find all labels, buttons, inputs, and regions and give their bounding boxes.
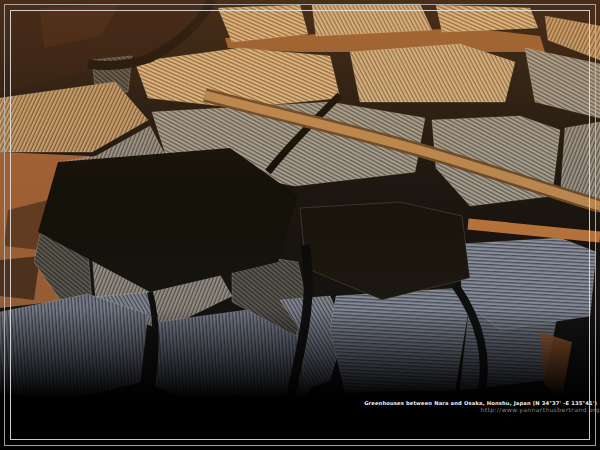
wallpaper: Greenhouses between Nara and Osaka, Hons… [0,0,600,450]
caption-url: http://www.yannarthusbertrand.org [480,406,600,414]
photo-canvas: Greenhouses between Nara and Osaka, Hons… [0,0,600,450]
